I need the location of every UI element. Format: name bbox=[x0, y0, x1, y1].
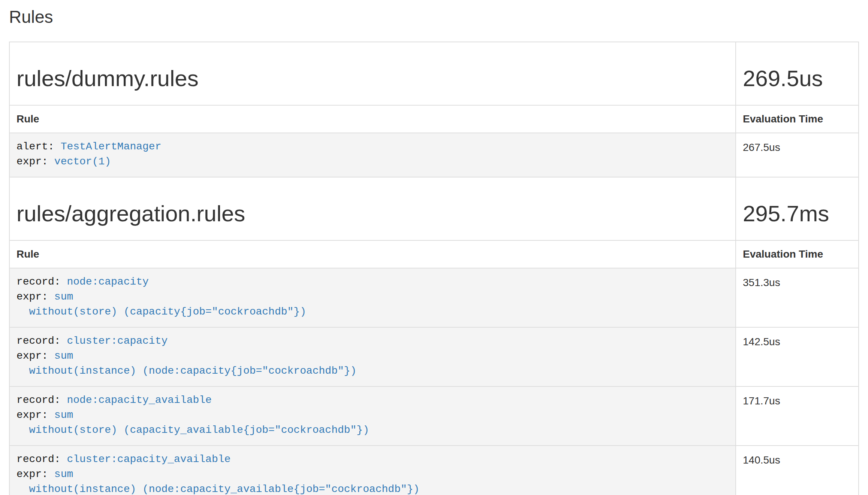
rule-eval-time: 140.5us bbox=[736, 446, 859, 495]
expr-key: expr: bbox=[16, 291, 54, 303]
rule-column-header: Rule bbox=[9, 240, 736, 268]
rule-name-link[interactable]: node:capacity bbox=[67, 276, 148, 288]
rule-group-file: rules/aggregation.rules bbox=[16, 201, 729, 227]
page-title: Rules bbox=[9, 7, 859, 27]
rule-group-file-cell: rules/aggregation.rules bbox=[9, 177, 736, 240]
eval-time-column-header: Evaluation Time bbox=[736, 240, 859, 268]
rules-page: Rules rules/dummy.rules 269.5us Rule Eva… bbox=[0, 0, 868, 495]
rule-expr-link[interactable]: sum without(store) (capacity{job="cockro… bbox=[16, 291, 306, 318]
expr-key: expr: bbox=[16, 468, 54, 480]
rule-group-eval-cell: 295.7ms bbox=[736, 177, 859, 240]
rule-group-eval-time: 295.7ms bbox=[743, 201, 852, 227]
rule-definition-cell: record: cluster:capacity_available expr:… bbox=[9, 446, 736, 495]
rule-expr-link[interactable]: sum without(instance) (node:capacity_ava… bbox=[16, 468, 419, 495]
rule-row: record: node:capacity expr: sum without(… bbox=[9, 268, 859, 327]
rule-definition: record: node:capacity_available expr: su… bbox=[16, 392, 729, 440]
rule-definition: alert: TestAlertManager expr: vector(1) bbox=[16, 139, 729, 171]
rule-eval-time: 351.3us bbox=[736, 268, 859, 327]
rule-definition-cell: record: node:capacity_available expr: su… bbox=[9, 386, 736, 446]
rule-key: record: bbox=[16, 453, 67, 465]
rule-name-link[interactable]: cluster:capacity bbox=[67, 335, 168, 347]
rule-name-link[interactable]: cluster:capacity_available bbox=[67, 453, 230, 465]
rule-key: alert: bbox=[16, 141, 61, 152]
rule-eval-time: 142.5us bbox=[736, 327, 859, 386]
rule-row: alert: TestAlertManager expr: vector(1) … bbox=[9, 133, 859, 177]
expr-key: expr: bbox=[16, 350, 54, 362]
rule-group-header-row: rules/aggregation.rules 295.7ms bbox=[9, 177, 859, 240]
rule-name-link[interactable]: node:capacity_available bbox=[67, 394, 211, 406]
rule-row: record: node:capacity_available expr: su… bbox=[9, 386, 859, 446]
expr-key: expr: bbox=[16, 409, 54, 421]
rule-group-eval-cell: 269.5us bbox=[736, 42, 859, 105]
eval-time-column-header: Evaluation Time bbox=[736, 105, 859, 133]
rule-group-header-row: rules/dummy.rules 269.5us bbox=[9, 42, 859, 105]
rule-key: record: bbox=[16, 335, 67, 347]
rule-group-eval-time: 269.5us bbox=[743, 66, 852, 91]
rule-name-link[interactable]: TestAlertManager bbox=[61, 141, 162, 152]
rule-expr-link[interactable]: sum without(instance) (node:capacity{job… bbox=[16, 350, 356, 377]
rule-row: record: cluster:capacity_available expr:… bbox=[9, 446, 859, 495]
rule-expr-link[interactable]: vector(1) bbox=[54, 156, 111, 167]
rule-group-file-cell: rules/dummy.rules bbox=[9, 42, 736, 105]
rules-table: rules/dummy.rules 269.5us Rule Evaluatio… bbox=[9, 42, 859, 495]
rule-expr-link[interactable]: sum without(store) (capacity_available{j… bbox=[16, 409, 369, 436]
rule-eval-time: 267.5us bbox=[736, 133, 859, 177]
rule-eval-time: 171.7us bbox=[736, 386, 859, 446]
rule-group-file: rules/dummy.rules bbox=[16, 66, 729, 91]
rule-definition-cell: record: node:capacity expr: sum without(… bbox=[9, 268, 736, 327]
rule-definition: record: cluster:capacity expr: sum witho… bbox=[16, 333, 729, 381]
rule-column-header: Rule bbox=[9, 105, 736, 133]
rule-key: record: bbox=[16, 394, 67, 406]
rule-definition-cell: alert: TestAlertManager expr: vector(1) bbox=[9, 133, 736, 177]
rule-row: record: cluster:capacity expr: sum witho… bbox=[9, 327, 859, 386]
rule-key: record: bbox=[16, 276, 67, 288]
rule-definition: record: cluster:capacity_available expr:… bbox=[16, 451, 729, 495]
rule-definition: record: node:capacity expr: sum without(… bbox=[16, 274, 729, 322]
column-header-row: Rule Evaluation Time bbox=[9, 240, 859, 268]
rule-definition-cell: record: cluster:capacity expr: sum witho… bbox=[9, 327, 736, 386]
column-header-row: Rule Evaluation Time bbox=[9, 105, 859, 133]
expr-key: expr: bbox=[16, 156, 54, 167]
